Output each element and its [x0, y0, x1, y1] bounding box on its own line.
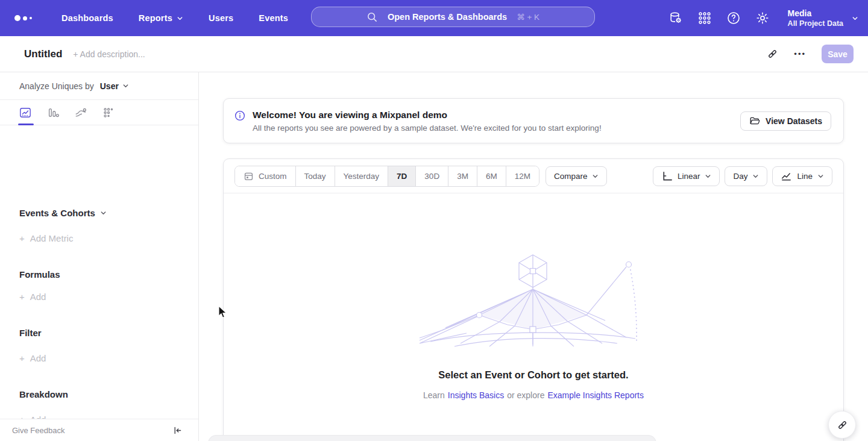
chart-controls-row: Custom Today Yesterday 7D 30D 3M 6M 12M … — [224, 159, 843, 193]
analyze-value-label: User — [100, 81, 119, 91]
chevron-down-icon — [705, 173, 711, 180]
breakdown-label: Breakdown — [19, 389, 68, 399]
range-yesterday[interactable]: Yesterday — [335, 166, 389, 186]
copy-link-icon[interactable] — [767, 48, 778, 60]
apps-grid-icon[interactable] — [697, 11, 712, 25]
analyze-by-selector[interactable]: User — [100, 81, 129, 91]
nav-label: Dashboards — [61, 13, 113, 23]
report-title[interactable]: Untitled — [24, 48, 62, 60]
learn-label: Learn — [423, 390, 445, 400]
chart-display-controls: Linear Day Line — [653, 166, 832, 186]
analyze-row: Analyze Uniques by User — [0, 72, 198, 100]
granularity-selector-button[interactable]: Day — [725, 166, 767, 186]
calendar-icon — [244, 171, 254, 181]
range-6m[interactable]: 6M — [477, 166, 506, 186]
add-label: Add — [30, 353, 46, 363]
range-7d[interactable]: 7D — [388, 166, 416, 186]
floating-share-button[interactable] — [828, 411, 856, 439]
insights-basics-link[interactable]: Insights Basics — [448, 390, 504, 400]
axis-icon — [661, 170, 673, 182]
help-icon[interactable] — [726, 11, 741, 25]
nav-label: Reports — [139, 13, 172, 23]
save-button[interactable]: Save — [822, 45, 854, 63]
tab-flows-icon[interactable] — [75, 107, 87, 119]
project-name: Media — [788, 8, 843, 19]
selected-tab-underline — [18, 124, 34, 125]
analyze-prefix-label: Analyze Uniques by — [19, 81, 94, 91]
banner-subtitle: All the reports you see are powered by a… — [253, 124, 740, 133]
filter-label: Filter — [19, 328, 42, 338]
range-label: 30D — [424, 172, 439, 181]
range-label: Yesterday — [344, 172, 380, 181]
search-shortcut: ⌘ + K — [517, 12, 539, 22]
data-management-icon[interactable] — [668, 11, 683, 25]
chevron-down-icon — [752, 173, 759, 180]
empty-state-title: Select an Event or Cohort to get started… — [223, 369, 844, 381]
mixpanel-insights-page: Dashboards Reports Users Events Open Rep… — [0, 0, 868, 441]
granularity-label: Day — [733, 172, 747, 181]
add-label: Add — [30, 292, 46, 302]
view-datasets-button[interactable]: View Datasets — [740, 111, 831, 131]
banner-title: Welcome! You are viewing a Mixpanel demo — [253, 110, 740, 120]
range-label: 3M — [457, 172, 468, 181]
settings-gear-icon[interactable] — [755, 11, 770, 25]
compare-button[interactable]: Compare — [546, 166, 608, 186]
add-metric-button[interactable]: + Add Metric — [19, 233, 73, 243]
metric-type-tabs — [0, 100, 198, 125]
welcome-banner: Welcome! You are viewing a Mixpanel demo… — [223, 98, 844, 143]
folder-icon — [749, 116, 760, 127]
line-chart-icon — [781, 170, 792, 182]
nav-item-dashboards[interactable]: Dashboards — [61, 13, 113, 23]
range-12m[interactable]: 12M — [506, 166, 539, 186]
plus-icon: + — [19, 292, 25, 302]
project-switcher[interactable]: Media All Project Data — [788, 8, 858, 28]
navbar-right: Media All Project Data — [668, 0, 858, 36]
banner-text: Welcome! You are viewing a Mixpanel demo… — [253, 110, 740, 133]
nav-item-users[interactable]: Users — [209, 13, 233, 23]
range-label: Today — [304, 172, 326, 181]
global-search-input[interactable]: Open Reports & Dashboards ⌘ + K — [311, 7, 595, 27]
events-cohorts-header[interactable]: Events & Cohorts — [19, 208, 107, 218]
range-today[interactable]: Today — [296, 166, 335, 186]
scale-selector-button[interactable]: Linear — [653, 166, 720, 186]
events-cohorts-label: Events & Cohorts — [19, 208, 95, 218]
add-description-field[interactable]: + Add description... — [73, 49, 145, 59]
report-title-bar: Untitled + Add description... ••• Save — [0, 36, 868, 72]
range-3m[interactable]: 3M — [448, 166, 477, 186]
nav-label: Events — [259, 13, 288, 23]
add-filter-button[interactable]: + Add — [19, 353, 46, 363]
mixpanel-logo-dots-icon[interactable] — [14, 15, 39, 21]
add-formula-button[interactable]: + Add — [19, 292, 46, 302]
give-feedback-link[interactable]: Give Feedback — [12, 426, 64, 435]
tab-retention-icon[interactable] — [102, 107, 115, 119]
nav-item-reports[interactable]: Reports — [139, 13, 183, 23]
range-30d[interactable]: 30D — [416, 166, 448, 186]
link-icon — [837, 419, 848, 431]
chart-type-selector-button[interactable]: Line — [772, 166, 832, 186]
date-range-segmented-control: Custom Today Yesterday 7D 30D 3M 6M 12M — [234, 166, 539, 187]
collapse-sidebar-icon[interactable] — [172, 425, 183, 436]
add-metric-label: Add Metric — [30, 233, 74, 243]
range-label: 7D — [397, 172, 407, 181]
plus-icon: + — [19, 353, 25, 363]
scale-label: Linear — [678, 172, 700, 181]
project-scope: All Project Data — [788, 19, 843, 28]
tab-bar-chart-icon[interactable] — [47, 107, 59, 119]
sidebar-footer: Give Feedback — [0, 419, 198, 441]
chevron-down-icon — [852, 15, 858, 22]
top-navbar: Dashboards Reports Users Events Open Rep… — [0, 0, 868, 36]
more-options-icon[interactable]: ••• — [794, 49, 806, 58]
nav-label: Users — [209, 13, 233, 23]
results-panel-top-edge[interactable] — [208, 435, 656, 441]
range-custom[interactable]: Custom — [235, 166, 296, 186]
nav-item-events[interactable]: Events — [259, 13, 288, 23]
or-explore-label: or explore — [507, 390, 544, 400]
tab-insights-chart-icon[interactable] — [19, 107, 31, 119]
query-builder-sidebar: Analyze Uniques by User — [0, 72, 199, 441]
compare-label: Compare — [554, 172, 588, 181]
search-placeholder: Open Reports & Dashboards — [388, 12, 507, 22]
formulas-label: Formulas — [19, 269, 60, 280]
plus-icon: + — [19, 233, 25, 243]
filter-header: Filter — [19, 328, 42, 338]
example-reports-link[interactable]: Example Insights Reports — [547, 390, 644, 400]
